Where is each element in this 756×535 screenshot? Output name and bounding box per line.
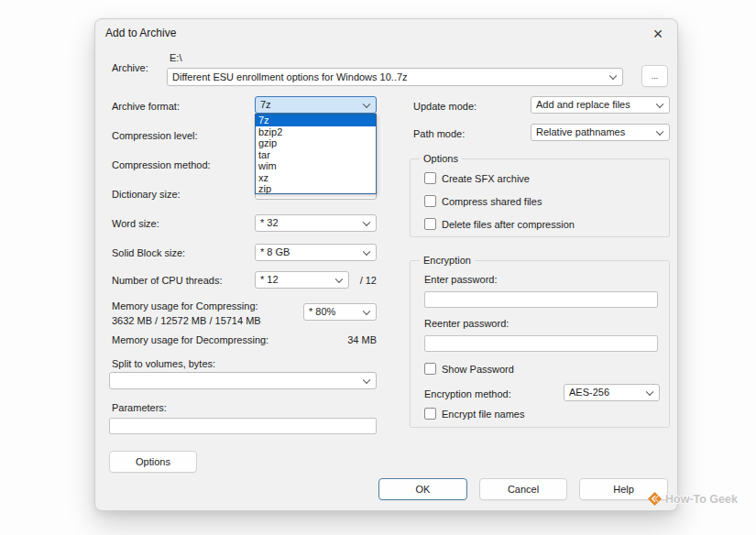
- add-to-archive-dialog: Add to Archive × Archive: E:\ Different …: [94, 18, 678, 511]
- memory-decompressing-label: Memory usage for Decompressing:: [112, 333, 268, 346]
- create-sfx-label: Create SFX archive: [442, 173, 530, 184]
- compression-level-label: Compression level:: [112, 129, 198, 142]
- encryption-method-label: Encryption method:: [424, 388, 511, 400]
- split-volumes-combobox[interactable]: [109, 372, 377, 389]
- memory-compressing-amounts: 3632 MB / 12572 MB / 15714 MB: [112, 313, 261, 328]
- encryption-method-combobox[interactable]: AES-256: [564, 384, 660, 401]
- how-to-geek-logo-icon: [648, 492, 662, 506]
- dictionary-size-label: Dictionary size:: [112, 188, 181, 201]
- enter-password-label: Enter password:: [424, 273, 497, 286]
- parameters-label: Parameters:: [112, 401, 167, 414]
- checkbox-icon: [424, 172, 436, 184]
- word-size-combobox[interactable]: * 32: [255, 214, 377, 232]
- dropdown-item-zip[interactable]: zip: [256, 183, 376, 195]
- encrypt-file-names-label: Encrypt file names: [442, 409, 524, 420]
- update-mode-value: Add and replace files: [536, 99, 630, 110]
- archive-format-dropdown-list: 7z bzip2 gzip tar wim xz zip: [255, 114, 377, 194]
- show-password-label: Show Password: [442, 364, 514, 375]
- archive-directory: E:\: [170, 51, 181, 64]
- cpu-threads-combobox[interactable]: * 12: [255, 271, 349, 289]
- chevron-down-icon: [646, 388, 653, 395]
- word-size-label: Word size:: [112, 217, 159, 230]
- archive-format-label: Archive format:: [112, 100, 180, 113]
- path-mode-combobox[interactable]: Relative pathnames: [531, 124, 670, 141]
- create-sfx-checkbox[interactable]: Create SFX archive: [424, 172, 530, 184]
- chevron-down-icon: [363, 376, 370, 383]
- options-group-title: Options: [420, 152, 462, 165]
- cpu-threads-value: * 12: [260, 274, 279, 285]
- path-mode-label: Path mode:: [413, 127, 465, 140]
- watermark-text: How-To Geek: [665, 493, 738, 506]
- dropdown-item-wim[interactable]: wim: [256, 160, 376, 172]
- encryption-method-value: AES-256: [569, 387, 609, 398]
- close-icon: ×: [653, 25, 663, 43]
- chevron-down-icon: [656, 127, 663, 135]
- options-button[interactable]: Options: [109, 451, 197, 473]
- archive-format-value: 7z: [260, 99, 271, 110]
- watermark: How-To Geek: [648, 492, 738, 506]
- browse-button[interactable]: ...: [641, 65, 668, 87]
- reenter-password-input[interactable]: [424, 335, 658, 352]
- chevron-down-icon: [656, 100, 663, 107]
- archive-name-combobox[interactable]: Different ESU enrollment options for Win…: [167, 68, 623, 86]
- cpu-threads-label: Number of CPU threads:: [112, 274, 222, 287]
- archive-label: Archive:: [112, 61, 148, 74]
- solid-block-size-label: Solid Block size:: [112, 246, 185, 259]
- options-group: Options Create SFX archive Compress shar…: [410, 158, 670, 237]
- dropdown-item-xz[interactable]: xz: [256, 172, 376, 184]
- archive-format-combobox[interactable]: 7z: [255, 96, 377, 114]
- checkbox-icon: [424, 195, 436, 207]
- encrypt-file-names-checkbox[interactable]: Encrypt file names: [424, 408, 524, 420]
- memory-compressing-value: * 80%: [309, 306, 335, 317]
- word-size-value: * 32: [260, 217, 279, 228]
- chevron-down-icon: [363, 307, 370, 314]
- archive-name-value: Different ESU enrollment options for Win…: [172, 71, 408, 82]
- encryption-group: Encryption Enter password: Reenter passw…: [410, 260, 670, 428]
- dropdown-item-7z[interactable]: 7z: [256, 115, 376, 126]
- dropdown-item-tar[interactable]: tar: [256, 149, 376, 161]
- chevron-down-icon: [363, 218, 370, 225]
- ok-button[interactable]: OK: [378, 478, 467, 500]
- memory-compressing-label: Memory usage for Compressing:: [112, 299, 258, 313]
- chevron-down-icon: [363, 247, 370, 255]
- update-mode-combobox[interactable]: Add and replace files: [531, 96, 670, 114]
- dropdown-item-gzip[interactable]: gzip: [256, 137, 376, 149]
- compress-shared-checkbox[interactable]: Compress shared files: [424, 195, 542, 207]
- compress-shared-label: Compress shared files: [442, 196, 542, 207]
- chevron-down-icon: [335, 275, 343, 282]
- split-volumes-label: Split to volumes, bytes:: [112, 357, 215, 370]
- update-mode-label: Update mode:: [413, 100, 477, 113]
- show-password-checkbox[interactable]: Show Password: [424, 363, 514, 375]
- chevron-down-icon: [609, 71, 617, 79]
- delete-after-checkbox[interactable]: Delete files after compression: [424, 218, 575, 230]
- chevron-down-icon: [363, 100, 370, 107]
- solid-block-size-value: * 8 GB: [260, 246, 290, 257]
- parameters-input[interactable]: [109, 418, 377, 434]
- encryption-group-title: Encryption: [420, 254, 475, 267]
- checkbox-icon: [424, 218, 436, 230]
- solid-block-size-combobox[interactable]: * 8 GB: [255, 244, 377, 261]
- compression-method-label: Compression method:: [112, 158, 211, 171]
- checkbox-icon: [424, 363, 436, 375]
- cpu-threads-total: / 12: [349, 274, 377, 287]
- dialog-title: Add to Archive: [105, 27, 176, 39]
- delete-after-label: Delete files after compression: [442, 219, 575, 230]
- cancel-button[interactable]: Cancel: [479, 478, 567, 500]
- enter-password-input[interactable]: [424, 291, 658, 308]
- close-button[interactable]: ×: [646, 22, 670, 46]
- path-mode-value: Relative pathnames: [536, 126, 625, 137]
- memory-decompressing-value: 34 MB: [331, 333, 377, 346]
- checkbox-icon: [424, 408, 436, 420]
- dropdown-item-bzip2[interactable]: bzip2: [256, 126, 376, 138]
- memory-compressing-combobox[interactable]: * 80%: [303, 303, 377, 321]
- reenter-password-label: Reenter password:: [424, 317, 509, 330]
